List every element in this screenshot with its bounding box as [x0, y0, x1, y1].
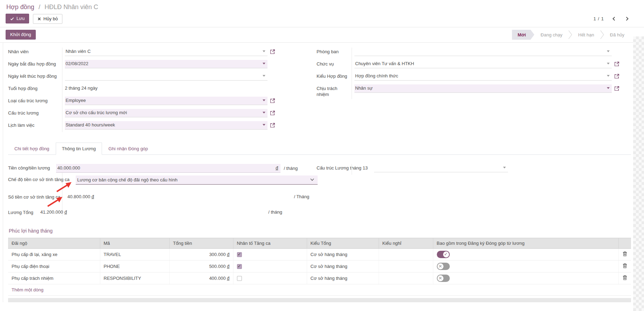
benefits-col-kieu-tong: Kiểu Tổng: [307, 238, 379, 248]
open-record-button[interactable]: [614, 86, 619, 91]
salary-structure-type-field[interactable]: Employee: [65, 97, 267, 105]
start-contract-button[interactable]: Khởi động: [6, 30, 36, 40]
contract-type-field[interactable]: Hợp đồng chính thức: [354, 72, 612, 81]
benefit-amount-cell[interactable]: 300.000 đ: [169, 248, 233, 260]
overtime-base-mode-value: Lương cơ bản cộng chế độ đãi ngộ theo cấ…: [77, 177, 177, 182]
chevron-down-icon[interactable]: [607, 50, 610, 52]
benefit-leave-type-cell[interactable]: [379, 260, 433, 272]
benefit-name-cell[interactable]: Phụ cấp điện thoại: [8, 260, 100, 272]
included-in-contribution-toggle[interactable]: [437, 251, 450, 258]
chevron-down-icon[interactable]: [263, 112, 265, 113]
benefit-leave-type-cell[interactable]: [379, 248, 433, 260]
overtime-base-mode-select[interactable]: Lương cơ bản cộng chế độ đãi ngộ theo cấ…: [76, 175, 318, 185]
check-icon: [10, 17, 14, 21]
wage-input[interactable]: [57, 165, 276, 171]
contract-end-date-value[interactable]: [66, 73, 260, 79]
job-position-value[interactable]: Chuyên viên Tư vấn & HTKH: [355, 61, 605, 67]
included-in-contribution-toggle[interactable]: [437, 263, 450, 270]
contract-end-date-field[interactable]: [65, 72, 267, 81]
delete-row-button[interactable]: [623, 275, 627, 280]
status-step-label: Mới: [517, 32, 526, 37]
overtime-factor-checkbox[interactable]: [237, 276, 242, 281]
status-step-het-han[interactable]: Hết hạn: [573, 30, 599, 40]
discard-button[interactable]: Hủy bỏ: [33, 14, 62, 24]
status-step-da-huy[interactable]: Đã hủy: [605, 30, 629, 40]
benefit-total-type-cell[interactable]: Cơ sở hàng tháng: [307, 260, 379, 272]
tab-chi-tiet-hop-dong[interactable]: Chi tiết hợp đồng: [8, 143, 56, 155]
benefit-name-cell[interactable]: Phụ cấp trách nhiệm: [8, 272, 100, 284]
open-record-button[interactable]: [270, 49, 275, 54]
vertical-scrollbar-track[interactable]: [633, 36, 644, 311]
chevron-down-icon[interactable]: [263, 50, 265, 52]
chevron-down-icon[interactable]: [607, 75, 610, 77]
salary-left-group: Tiền công/tiền lương đ / tháng Chế độ ti…: [8, 164, 317, 217]
employee-field[interactable]: Nhân viên C: [65, 48, 267, 56]
open-record-button[interactable]: [270, 98, 275, 103]
pager-previous-button[interactable]: [611, 16, 617, 22]
form-sheet: Nhân viên Nhân viên C: [3, 43, 644, 302]
horizontal-scrollbar[interactable]: [8, 298, 631, 302]
status-step-moi[interactable]: Mới: [512, 30, 534, 40]
contract-type-value[interactable]: Hợp đồng chính thức: [355, 73, 605, 79]
salary-structure-value[interactable]: Cơ sở cho cấu trúc lương mới: [66, 110, 260, 116]
working-schedule-value[interactable]: Standard 40 hours/week: [66, 122, 260, 128]
overtime-factor-checkbox[interactable]: [237, 264, 242, 269]
open-record-button[interactable]: [270, 123, 275, 128]
department-field[interactable]: [354, 48, 612, 56]
benefit-amount-cell[interactable]: 400.000 đ: [169, 272, 233, 284]
overtime-factor-checkbox[interactable]: [237, 252, 242, 257]
benefit-leave-type-cell[interactable]: [379, 272, 433, 284]
benefits-col-bao-gom: Bao gồm trong Đăng ký Đóng góp từ lương: [433, 238, 618, 248]
breadcrumb: Hợp đồng / HĐLĐ Nhân viên C: [6, 2, 638, 14]
open-record-button[interactable]: [614, 74, 619, 79]
included-in-contribution-toggle[interactable]: [437, 275, 450, 282]
save-button[interactable]: Lưu: [6, 14, 29, 23]
job-position-field[interactable]: Chuyên viên Tư vấn & HTKH: [354, 60, 612, 68]
delete-row-button[interactable]: [623, 251, 627, 256]
department-value[interactable]: [355, 49, 605, 54]
field-label: Chịu trách nhiệm: [317, 84, 352, 97]
chevron-down-icon[interactable]: [263, 99, 265, 101]
thirteenth-salary-structure-field[interactable]: [374, 164, 508, 172]
hr-responsible-value[interactable]: Nhân sự: [355, 85, 605, 91]
salary-structure-field[interactable]: Cơ sở cho cấu trúc lương mới: [65, 109, 267, 117]
hr-responsible-field[interactable]: Nhân sự: [354, 84, 612, 93]
add-row-link[interactable]: Thêm một dòng: [12, 287, 43, 292]
status-step-label: Đã hủy: [610, 32, 624, 37]
chevron-down-icon[interactable]: [263, 63, 265, 64]
working-schedule-field[interactable]: Standard 40 hours/week: [65, 121, 267, 130]
contract-start-date-field[interactable]: 02/08/2022: [65, 60, 267, 68]
benefit-name-cell[interactable]: Phụ cấp đi lại, xăng xe: [8, 248, 100, 260]
chevron-down-icon[interactable]: [263, 75, 265, 77]
pager-next-button[interactable]: [624, 16, 630, 22]
benefit-code-cell[interactable]: PHONE: [100, 260, 169, 272]
field-label: Loại cấu trúc lương: [8, 97, 62, 104]
salary-structure-type-value[interactable]: Employee: [66, 98, 260, 103]
status-step-dang-chay[interactable]: Đang chạy: [536, 30, 567, 40]
chevron-down-icon[interactable]: [607, 87, 610, 89]
field-label: Tiền công/tiền lương: [8, 164, 53, 171]
breadcrumb-parent-link[interactable]: Hợp đồng: [6, 4, 34, 11]
tab-thong-tin-luong[interactable]: Thông tin Lương: [56, 143, 102, 155]
benefit-code-cell[interactable]: TRAVEL: [100, 248, 169, 260]
benefit-total-type-cell[interactable]: Cơ sở hàng tháng: [307, 272, 379, 284]
contract-start-date-value[interactable]: 02/08/2022: [66, 61, 260, 67]
tab-ghi-nhan-dong-gop[interactable]: Ghi nhận Đóng góp: [102, 143, 154, 155]
benefits-header-row: Đãi ngộ Mã Tổng tiền Nhân tố Tăng ca Kiể…: [8, 238, 631, 248]
benefit-overtime-factor-cell: [233, 260, 307, 272]
chevron-down-icon[interactable]: [607, 63, 610, 64]
benefit-code-cell[interactable]: RESPONSIBILITY: [100, 272, 169, 284]
field-label: Ngày kết thúc hợp đồng: [8, 72, 62, 79]
field-row-overtime-base: Số tiền cơ sở tính tăng ca 40.800.000 đ: [8, 193, 317, 202]
chevron-down-icon[interactable]: [503, 167, 506, 168]
open-record-button[interactable]: [270, 110, 275, 116]
thirteenth-salary-structure-value[interactable]: [375, 165, 501, 171]
employee-value[interactable]: Nhân viên C: [66, 49, 260, 54]
salary-field-groups: Tiền công/tiền lương đ / tháng Chế độ ti…: [8, 164, 644, 217]
benefit-total-type-cell[interactable]: Cơ sở hàng tháng: [307, 248, 379, 260]
chevron-down-icon[interactable]: [263, 124, 265, 126]
currency-symbol: đ: [227, 252, 229, 257]
benefit-amount-cell[interactable]: 500.000 đ: [169, 260, 233, 272]
delete-row-button[interactable]: [623, 263, 627, 268]
open-record-button[interactable]: [614, 61, 619, 67]
